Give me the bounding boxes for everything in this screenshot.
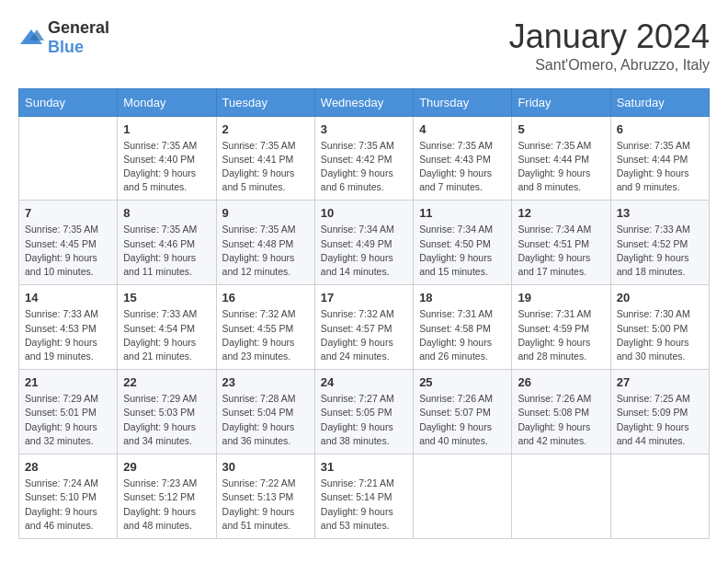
day-number: 2 [222,122,309,136]
cell-info: Sunrise: 7:35 AM Sunset: 4:42 PM Dayligh… [321,139,407,195]
calendar-cell: 24Sunrise: 7:27 AM Sunset: 5:05 PM Dayli… [314,370,413,454]
cell-info: Sunrise: 7:34 AM Sunset: 4:50 PM Dayligh… [419,223,506,279]
cell-info: Sunrise: 7:27 AM Sunset: 5:05 PM Dayligh… [321,392,407,448]
calendar-cell: 10Sunrise: 7:34 AM Sunset: 4:49 PM Dayli… [314,201,413,285]
calendar-cell: 5Sunrise: 7:35 AM Sunset: 4:44 PM Daylig… [512,116,610,201]
day-number: 29 [123,460,210,474]
calendar-cell [512,454,610,539]
day-header-monday: Monday [118,88,216,116]
day-number: 18 [419,291,506,304]
day-number: 11 [419,206,506,220]
cell-info: Sunrise: 7:21 AM Sunset: 5:14 PM Dayligh… [321,477,407,533]
day-header-saturday: Saturday [610,88,709,116]
day-number: 21 [25,375,111,389]
calendar-cell: 23Sunrise: 7:28 AM Sunset: 5:04 PM Dayli… [216,370,314,454]
calendar-cell: 1Sunrise: 7:35 AM Sunset: 4:40 PM Daylig… [118,116,216,201]
calendar-body: 1Sunrise: 7:35 AM Sunset: 4:40 PM Daylig… [19,116,710,538]
calendar-cell: 19Sunrise: 7:31 AM Sunset: 4:59 PM Dayli… [512,285,610,370]
cell-info: Sunrise: 7:22 AM Sunset: 5:13 PM Dayligh… [222,477,309,533]
calendar-cell: 20Sunrise: 7:30 AM Sunset: 5:00 PM Dayli… [610,285,709,370]
cell-info: Sunrise: 7:35 AM Sunset: 4:46 PM Dayligh… [123,223,210,279]
header-row: SundayMondayTuesdayWednesdayThursdayFrid… [19,88,710,116]
calendar-cell: 22Sunrise: 7:29 AM Sunset: 5:03 PM Dayli… [118,370,216,454]
day-number: 30 [222,460,309,474]
day-number: 16 [222,291,309,304]
calendar-cell: 30Sunrise: 7:22 AM Sunset: 5:13 PM Dayli… [216,454,314,539]
calendar-cell: 3Sunrise: 7:35 AM Sunset: 4:42 PM Daylig… [314,116,413,201]
logo-icon [18,28,44,48]
calendar-cell: 27Sunrise: 7:25 AM Sunset: 5:09 PM Dayli… [610,370,709,454]
calendar-cell: 31Sunrise: 7:21 AM Sunset: 5:14 PM Dayli… [314,454,413,539]
day-header-friday: Friday [512,88,610,116]
calendar-cell: 28Sunrise: 7:24 AM Sunset: 5:10 PM Dayli… [19,454,118,539]
day-number: 25 [419,375,506,389]
cell-info: Sunrise: 7:29 AM Sunset: 5:01 PM Dayligh… [25,392,111,448]
week-row-3: 14Sunrise: 7:33 AM Sunset: 4:53 PM Dayli… [19,285,710,370]
cell-info: Sunrise: 7:35 AM Sunset: 4:44 PM Dayligh… [617,139,703,195]
cell-info: Sunrise: 7:35 AM Sunset: 4:41 PM Dayligh… [222,139,309,195]
logo: General Blue [18,18,109,57]
cell-info: Sunrise: 7:34 AM Sunset: 4:51 PM Dayligh… [518,223,604,279]
cell-info: Sunrise: 7:25 AM Sunset: 5:09 PM Dayligh… [617,392,703,448]
day-number: 8 [123,206,210,220]
calendar-cell: 14Sunrise: 7:33 AM Sunset: 4:53 PM Dayli… [19,285,118,370]
cell-info: Sunrise: 7:26 AM Sunset: 5:07 PM Dayligh… [419,392,506,448]
calendar-cell: 2Sunrise: 7:35 AM Sunset: 4:41 PM Daylig… [216,116,314,201]
calendar-cell [610,454,709,539]
week-row-2: 7Sunrise: 7:35 AM Sunset: 4:45 PM Daylig… [19,201,710,285]
calendar-cell: 18Sunrise: 7:31 AM Sunset: 4:58 PM Dayli… [414,285,512,370]
week-row-4: 21Sunrise: 7:29 AM Sunset: 5:01 PM Dayli… [19,370,710,454]
cell-info: Sunrise: 7:33 AM Sunset: 4:53 PM Dayligh… [25,307,111,363]
calendar-cell: 21Sunrise: 7:29 AM Sunset: 5:01 PM Dayli… [19,370,118,454]
calendar-cell [414,454,512,539]
calendar-cell: 9Sunrise: 7:35 AM Sunset: 4:48 PM Daylig… [216,201,314,285]
title-area: January 2024 Sant'Omero, Abruzzo, Italy [509,18,710,74]
calendar-cell: 13Sunrise: 7:33 AM Sunset: 4:52 PM Dayli… [610,201,709,285]
day-number: 17 [321,291,407,304]
day-number: 22 [123,375,210,389]
cell-info: Sunrise: 7:28 AM Sunset: 5:04 PM Dayligh… [222,392,309,448]
day-header-wednesday: Wednesday [314,88,413,116]
day-number: 9 [222,206,309,220]
cell-info: Sunrise: 7:26 AM Sunset: 5:08 PM Dayligh… [518,392,604,448]
day-number: 13 [617,206,703,220]
cell-info: Sunrise: 7:32 AM Sunset: 4:57 PM Dayligh… [321,307,407,363]
cell-info: Sunrise: 7:24 AM Sunset: 5:10 PM Dayligh… [25,477,111,533]
cell-info: Sunrise: 7:35 AM Sunset: 4:48 PM Dayligh… [222,223,309,279]
day-number: 15 [123,291,210,304]
day-number: 26 [518,375,604,389]
calendar-cell: 29Sunrise: 7:23 AM Sunset: 5:12 PM Dayli… [118,454,216,539]
calendar-cell: 7Sunrise: 7:35 AM Sunset: 4:45 PM Daylig… [19,201,118,285]
logo-text: General Blue [48,18,109,57]
day-number: 1 [123,122,210,136]
calendar-table: SundayMondayTuesdayWednesdayThursdayFrid… [18,88,710,539]
day-number: 14 [25,291,111,304]
day-number: 23 [222,375,309,389]
day-number: 31 [321,460,407,474]
day-number: 7 [25,206,111,220]
calendar-cell: 12Sunrise: 7:34 AM Sunset: 4:51 PM Dayli… [512,201,610,285]
day-header-sunday: Sunday [19,88,118,116]
header: General Blue January 2024 Sant'Omero, Ab… [18,18,710,74]
calendar-cell: 16Sunrise: 7:32 AM Sunset: 4:55 PM Dayli… [216,285,314,370]
day-header-tuesday: Tuesday [216,88,314,116]
calendar-cell [19,116,118,201]
calendar-cell: 15Sunrise: 7:33 AM Sunset: 4:54 PM Dayli… [118,285,216,370]
cell-info: Sunrise: 7:31 AM Sunset: 4:58 PM Dayligh… [419,307,506,363]
cell-info: Sunrise: 7:30 AM Sunset: 5:00 PM Dayligh… [617,307,703,363]
week-row-5: 28Sunrise: 7:24 AM Sunset: 5:10 PM Dayli… [19,454,710,539]
cell-info: Sunrise: 7:23 AM Sunset: 5:12 PM Dayligh… [123,477,210,533]
day-number: 24 [321,375,407,389]
cell-info: Sunrise: 7:35 AM Sunset: 4:43 PM Dayligh… [419,139,506,195]
calendar-cell: 17Sunrise: 7:32 AM Sunset: 4:57 PM Dayli… [314,285,413,370]
calendar-cell: 26Sunrise: 7:26 AM Sunset: 5:08 PM Dayli… [512,370,610,454]
day-number: 28 [25,460,111,474]
logo-general: General [48,18,109,37]
day-number: 19 [518,291,604,304]
logo-blue: Blue [48,38,84,56]
week-row-1: 1Sunrise: 7:35 AM Sunset: 4:40 PM Daylig… [19,116,710,201]
calendar-cell: 6Sunrise: 7:35 AM Sunset: 4:44 PM Daylig… [610,116,709,201]
day-header-thursday: Thursday [414,88,512,116]
month-title: January 2024 [509,18,710,55]
cell-info: Sunrise: 7:35 AM Sunset: 4:40 PM Dayligh… [123,139,210,195]
